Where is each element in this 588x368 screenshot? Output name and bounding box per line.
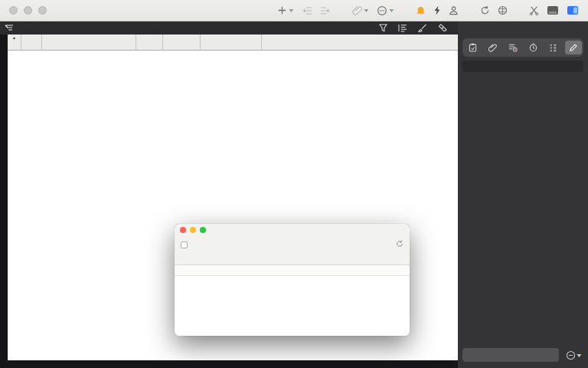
view-tools [379, 24, 458, 32]
app-window: ▼ ▼ ▼ [0, 0, 588, 368]
format-list-icon[interactable] [398, 24, 407, 32]
minimize-button[interactable] [24, 6, 32, 15]
close-button[interactable] [9, 6, 18, 15]
zoom-button[interactable] [38, 6, 47, 15]
activity-lightning-icon[interactable] [433, 5, 441, 15]
more-button[interactable]: ▼ [377, 5, 394, 16]
refresh-icon[interactable] [396, 240, 403, 249]
dialog-options-row [181, 240, 403, 249]
chevron-down-icon: ▼ [288, 8, 296, 13]
outdent-button[interactable] [320, 6, 331, 15]
time-stopwatch-icon[interactable] [524, 41, 541, 54]
attach-button[interactable]: ▼ [352, 5, 369, 15]
column-header-resources[interactable] [201, 34, 262, 51]
chevron-down-icon: ▼ [388, 8, 396, 13]
assign-person-icon[interactable] [449, 5, 459, 15]
ellipsis-circle-icon [566, 350, 576, 360]
attachments-paperclip-icon[interactable] [484, 41, 501, 54]
info-clipboard-icon[interactable] [464, 41, 481, 54]
inspector-panel: 0 ▼ [458, 34, 588, 368]
breadcrumb [5, 25, 23, 32]
comments-list [462, 76, 583, 340]
dialog-table-header [175, 265, 410, 276]
custom-fields-icon[interactable] [544, 41, 561, 54]
add-button[interactable]: ▼ [277, 5, 294, 15]
filter-funnel-icon[interactable] [379, 24, 387, 32]
style-brush-icon[interactable] [418, 24, 427, 32]
column-header-info[interactable] [21, 34, 42, 51]
column-header-number[interactable]: ▲ [8, 34, 21, 51]
dialog-title-bar [175, 224, 410, 235]
notes-pencil-icon[interactable] [565, 41, 582, 54]
gantt-timescale [262, 34, 458, 51]
inspector-header [458, 21, 588, 34]
window-controls [9, 6, 47, 15]
publish-globe-icon[interactable] [498, 5, 508, 15]
column-header-work[interactable] [136, 34, 163, 51]
svg-text:0: 0 [514, 48, 516, 51]
notifications-bell-icon[interactable] [416, 5, 426, 16]
toggle-right-panel-button[interactable] [567, 5, 579, 15]
zoom-button[interactable] [200, 227, 206, 233]
costs-list-icon[interactable]: 0 [505, 41, 521, 54]
column-header-start[interactable] [163, 34, 201, 51]
table-header: ▲ [8, 34, 458, 51]
chevron-down-icon: ▼ [575, 353, 583, 358]
dialog-table [175, 264, 410, 336]
comment-actions-button[interactable]: ▼ [564, 349, 583, 361]
inspector-tab-strip: 0 [462, 38, 583, 57]
navigation-bar [0, 21, 458, 34]
toggle-bottom-panel-button[interactable] [547, 5, 559, 15]
indent-button[interactable] [302, 6, 312, 15]
new-comment-button[interactable] [462, 348, 559, 362]
open-on-new-comments-checkbox[interactable] [181, 242, 188, 248]
wbs-view-icon [5, 25, 14, 32]
close-button[interactable] [180, 227, 186, 233]
sort-ascending-icon: ▲ [10, 36, 18, 41]
minimize-button[interactable] [190, 227, 196, 233]
notifications-dialog [175, 224, 410, 336]
dialog-window-controls [180, 227, 206, 233]
cut-scissors-icon[interactable] [529, 5, 539, 15]
toolbar: ▼ ▼ ▼ [277, 5, 588, 16]
settings-wrench-icon[interactable] [438, 24, 447, 32]
comments-notes-tabs [462, 61, 583, 72]
chevron-down-icon: ▼ [363, 8, 371, 13]
column-header-title[interactable] [42, 34, 136, 51]
title-bar: ▼ ▼ ▼ [0, 0, 588, 21]
panel-footer: ▼ [462, 348, 583, 362]
refresh-icon[interactable] [480, 5, 490, 15]
